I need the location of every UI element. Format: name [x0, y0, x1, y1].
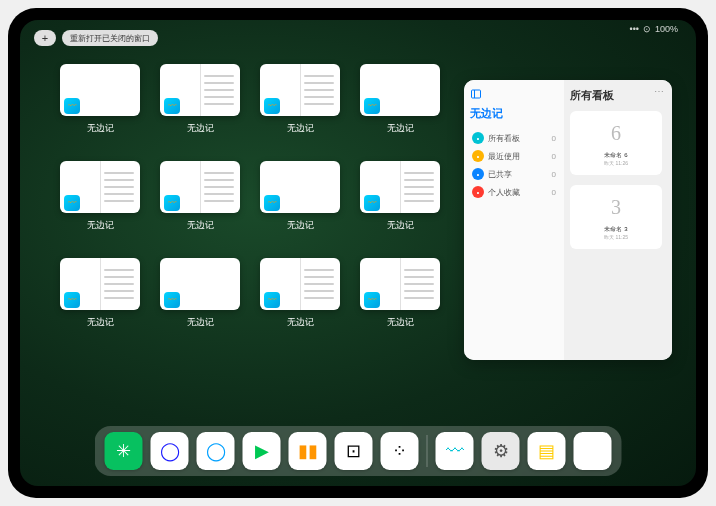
panel-header-icon: [470, 88, 558, 100]
window-thumb[interactable]: 无边记: [360, 258, 440, 329]
app-play-icon[interactable]: ▶: [243, 432, 281, 470]
thumb-preview: [360, 161, 440, 213]
sidebar-item-count: 0: [552, 152, 556, 161]
freeform-app-icon: [164, 98, 180, 114]
panel-title: 无边记: [470, 106, 558, 121]
app-dice-icon[interactable]: ⊡: [335, 432, 373, 470]
thumb-preview: [160, 258, 240, 310]
notes-icon[interactable]: ▤: [528, 432, 566, 470]
freeform-app-icon: [364, 195, 380, 211]
window-thumb[interactable]: 无边记: [260, 161, 340, 232]
category-icon: •: [472, 150, 484, 162]
books-icon[interactable]: ▮▮: [289, 432, 327, 470]
settings-icon[interactable]: ⚙: [482, 432, 520, 470]
ipad-frame: ••• ⊙ 100% + 重新打开已关闭的窗口 无边记无边记无边记无边记无边记无…: [8, 8, 708, 498]
thumb-preview: [360, 64, 440, 116]
panel-right-title: 所有看板: [570, 88, 666, 103]
dock-divider: [427, 435, 428, 467]
sidebar-item[interactable]: •最近使用0: [470, 147, 558, 165]
panel-sidebar: 无边记 •所有看板0•最近使用0•已共享0•个人收藏0: [464, 80, 564, 360]
thumb-preview: [160, 161, 240, 213]
category-icon: •: [472, 168, 484, 180]
thumb-preview: [360, 258, 440, 310]
sidebar-item[interactable]: •个人收藏0: [470, 183, 558, 201]
freeform-app-icon: [364, 292, 380, 308]
status-bar: ••• ⊙ 100%: [630, 24, 678, 34]
sidebar-item-label: 所有看板: [488, 133, 520, 144]
sidebar-item-label: 最近使用: [488, 151, 520, 162]
thumb-label: 无边记: [187, 316, 214, 329]
board-preview: 3: [598, 189, 634, 225]
app-blue-q-icon[interactable]: ◯: [197, 432, 235, 470]
thumb-label: 无边记: [87, 219, 114, 232]
app-library-icon[interactable]: [574, 432, 612, 470]
board-date: 昨天 11:25: [604, 234, 628, 240]
top-toolbar: + 重新打开已关闭的窗口: [34, 30, 158, 46]
thumb-label: 无边记: [187, 219, 214, 232]
freeform-app-icon: [264, 292, 280, 308]
board-card[interactable]: 3未命名 3昨天 11:25: [570, 185, 662, 249]
thumb-label: 无边记: [287, 219, 314, 232]
thumb-preview: [160, 64, 240, 116]
board-card[interactable]: 6未命名 6昨天 11:26: [570, 111, 662, 175]
window-thumb[interactable]: 无边记: [160, 161, 240, 232]
signal-icon: •••: [630, 24, 639, 34]
app-blue-circle-icon[interactable]: ◯: [151, 432, 189, 470]
thumb-preview: [60, 161, 140, 213]
new-window-button[interactable]: +: [34, 30, 56, 46]
window-thumb[interactable]: 无边记: [160, 258, 240, 329]
svg-rect-0: [472, 90, 481, 98]
freeform-app-icon: [364, 98, 380, 114]
board-date: 昨天 11:26: [604, 160, 628, 166]
window-thumb[interactable]: 无边记: [160, 64, 240, 135]
window-thumb[interactable]: 无边记: [360, 64, 440, 135]
freeform-app-icon: [64, 292, 80, 308]
sidebar-item-label: 个人收藏: [488, 187, 520, 198]
freeform-app-icon: [264, 98, 280, 114]
freeform-app-icon: [164, 195, 180, 211]
thumb-label: 无边记: [87, 122, 114, 135]
sidebar-item[interactable]: •已共享0: [470, 165, 558, 183]
thumb-label: 无边记: [187, 122, 214, 135]
freeform-app-icon: [64, 98, 80, 114]
window-thumb[interactable]: 无边记: [60, 161, 140, 232]
reopen-closed-window-button[interactable]: 重新打开已关闭的窗口: [62, 30, 158, 46]
thumb-preview: [260, 258, 340, 310]
freeform-app-icon: [164, 292, 180, 308]
wifi-icon: ⊙: [643, 24, 651, 34]
sidebar-item-count: 0: [552, 134, 556, 143]
thumb-label: 无边记: [387, 122, 414, 135]
sidebar-item-label: 已共享: [488, 169, 512, 180]
thumb-preview: [60, 258, 140, 310]
board-preview: 6: [598, 115, 634, 151]
thumb-label: 无边记: [287, 316, 314, 329]
window-thumb[interactable]: 无边记: [360, 161, 440, 232]
sidebar-item-count: 0: [552, 188, 556, 197]
board-name: 未命名 6: [604, 151, 627, 160]
category-icon: •: [472, 186, 484, 198]
thumb-preview: [260, 161, 340, 213]
panel-content: 所有看板 6未命名 6昨天 11:263未命名 3昨天 11:25: [564, 80, 672, 360]
window-thumb[interactable]: 无边记: [60, 64, 140, 135]
battery-indicator: 100%: [655, 24, 678, 34]
freeform-app-icon: [64, 195, 80, 211]
app-nodes-icon[interactable]: ⁘: [381, 432, 419, 470]
thumb-preview: [260, 64, 340, 116]
window-thumb[interactable]: 无边记: [260, 64, 340, 135]
dock: ✳◯◯▶▮▮⊡⁘〰⚙▤: [95, 426, 622, 476]
board-name: 未命名 3: [604, 225, 627, 234]
sidebar-item[interactable]: •所有看板0: [470, 129, 558, 147]
wechat-icon[interactable]: ✳: [105, 432, 143, 470]
thumb-label: 无边记: [387, 316, 414, 329]
window-thumb[interactable]: 无边记: [260, 258, 340, 329]
thumb-label: 无边记: [287, 122, 314, 135]
more-icon[interactable]: ⋯: [654, 86, 664, 97]
window-thumbnails-grid: 无边记无边记无边记无边记无边记无边记无边记无边记无边记无边记无边记无边记: [60, 64, 440, 329]
thumb-preview: [60, 64, 140, 116]
window-thumb[interactable]: 无边记: [60, 258, 140, 329]
sidebar-panel: ⋯ 无边记 •所有看板0•最近使用0•已共享0•个人收藏0 所有看板 6未命名 …: [464, 80, 672, 360]
freeform-icon[interactable]: 〰: [436, 432, 474, 470]
sidebar-item-count: 0: [552, 170, 556, 179]
screen: ••• ⊙ 100% + 重新打开已关闭的窗口 无边记无边记无边记无边记无边记无…: [20, 20, 696, 486]
category-icon: •: [472, 132, 484, 144]
